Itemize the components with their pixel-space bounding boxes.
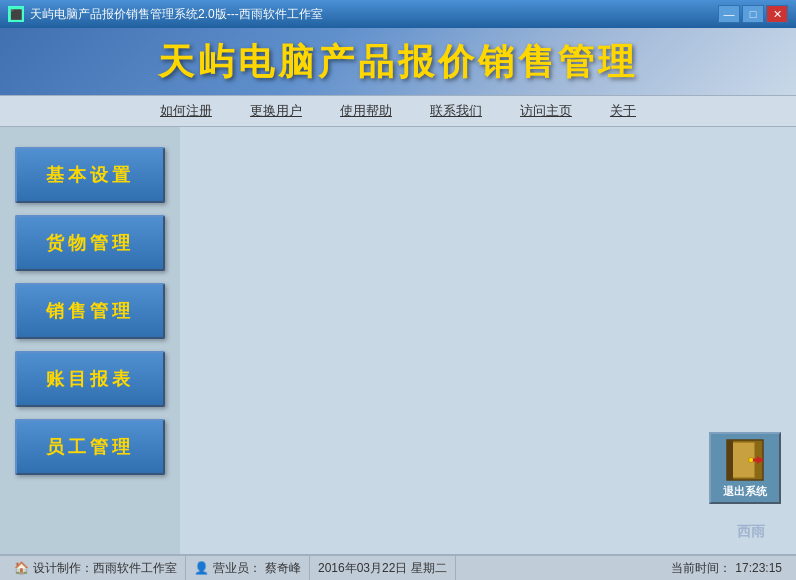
header: 天屿电脑产品报价销售管理 [0, 28, 796, 95]
date-section: 2016年03月22日 星期二 [310, 556, 456, 580]
time-section: 当前时间： 17:23:15 [663, 556, 790, 580]
nav-register[interactable]: 如何注册 [156, 100, 216, 122]
nav-homepage[interactable]: 访问主页 [516, 100, 576, 122]
nav-contact[interactable]: 联系我们 [426, 100, 486, 122]
title-bar: ⬛ 天屿电脑产品报价销售管理系统2.0版---西雨软件工作室 — □ ✕ [0, 0, 796, 28]
nav-menu: 如何注册 更换用户 使用帮助 联系我们 访问主页 关于 [0, 95, 796, 127]
main-window: 天屿电脑产品报价销售管理 如何注册 更换用户 使用帮助 联系我们 访问主页 关于… [0, 28, 796, 580]
person-icon: 👤 [194, 561, 209, 575]
employee-management-button[interactable]: 员工管理 [15, 419, 165, 475]
home-icon: 🏠 [14, 561, 29, 575]
svg-point-3 [749, 457, 754, 462]
window-title: 天屿电脑产品报价销售管理系统2.0版---西雨软件工作室 [30, 6, 718, 23]
date-value: 2016年03月22日 [318, 560, 407, 577]
nav-about[interactable]: 关于 [606, 100, 640, 122]
salesperson-section: 👤 营业员： 蔡奇峰 [186, 556, 310, 580]
sidebar: 基本设置 货物管理 销售管理 账目报表 员工管理 [0, 127, 180, 554]
window-controls: — □ ✕ [718, 5, 788, 23]
close-button[interactable]: ✕ [766, 5, 788, 23]
account-report-button[interactable]: 账目报表 [15, 351, 165, 407]
salesperson-label: 营业员： [213, 560, 261, 577]
nav-switch-user[interactable]: 更换用户 [246, 100, 306, 122]
svg-rect-2 [727, 440, 733, 480]
sales-management-button[interactable]: 销售管理 [15, 283, 165, 339]
watermark: 西雨 [706, 509, 796, 554]
restore-button[interactable]: □ [742, 5, 764, 23]
svg-rect-5 [753, 458, 763, 461]
basic-settings-button[interactable]: 基本设置 [15, 147, 165, 203]
exit-label: 退出系统 [723, 484, 767, 499]
exit-button[interactable]: 退出系统 [709, 432, 781, 504]
content-area: 基本设置 货物管理 销售管理 账目报表 员工管理 [0, 127, 796, 554]
designer-section: 🏠 设计制作：西雨软件工作室 [6, 556, 186, 580]
status-bar: 🏠 设计制作：西雨软件工作室 👤 营业员： 蔡奇峰 2016年03月22日 星期… [0, 554, 796, 580]
designer-label: 设计制作：西雨软件工作室 [33, 560, 177, 577]
app-title: 天屿电脑产品报价销售管理 [0, 38, 796, 87]
app-icon: ⬛ [8, 6, 24, 22]
salesperson-name: 蔡奇峰 [265, 560, 301, 577]
weekday-value: 星期二 [411, 560, 447, 577]
time-label: 当前时间： [671, 560, 731, 577]
nav-help[interactable]: 使用帮助 [336, 100, 396, 122]
minimize-button[interactable]: — [718, 5, 740, 23]
main-panel: 退出系统 西雨 [180, 127, 796, 554]
goods-management-button[interactable]: 货物管理 [15, 215, 165, 271]
door-icon [725, 438, 765, 482]
time-value: 17:23:15 [735, 561, 782, 575]
